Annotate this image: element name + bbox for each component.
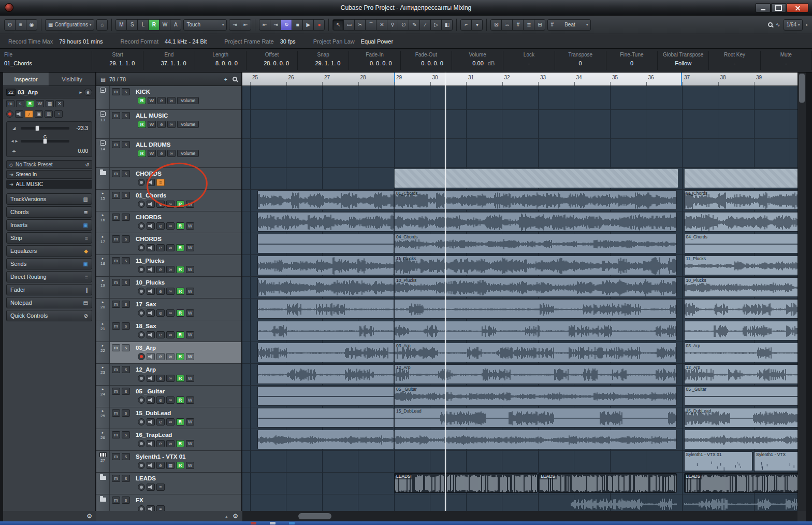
record-arm-button[interactable] (138, 462, 145, 469)
time-base-button[interactable]: ◔ (54, 110, 63, 118)
mute-button[interactable]: m (112, 366, 120, 373)
mute-button[interactable]: m (112, 301, 120, 308)
monitor-button[interactable] (147, 288, 155, 295)
clip-leads[interactable]: LEADS (394, 473, 538, 493)
write-button[interactable]: W (186, 266, 194, 273)
musical-mode-button[interactable]: ♪ (25, 110, 33, 118)
read-button[interactable]: R (138, 121, 146, 128)
track-grip[interactable]: 14 (96, 139, 110, 167)
solo-button[interactable]: s (122, 431, 130, 438)
monitor-button[interactable] (147, 266, 155, 273)
track-grip[interactable] (96, 86, 110, 109)
record-arm-button[interactable] (138, 288, 145, 295)
mute-button[interactable]: m (112, 235, 120, 243)
link-button[interactable]: ∞ (166, 201, 175, 208)
lane-15-dublead[interactable]: 15_DubLead15_DubLead (242, 407, 798, 429)
mute-button[interactable]: m (112, 141, 120, 148)
read-button[interactable]: R (176, 331, 184, 338)
volume-pill[interactable]: Volume (177, 121, 199, 128)
record-arm-button[interactable] (138, 266, 145, 273)
write-button[interactable]: W (186, 288, 194, 295)
monitor-button[interactable] (15, 110, 23, 118)
track-row-05-guitar[interactable]: ▸24ms05 _Guitare∞RW (96, 386, 241, 407)
record-arm-button[interactable] (138, 484, 145, 491)
volume-pill[interactable]: Volume (177, 97, 199, 104)
solo-button[interactable]: s (122, 409, 130, 417)
read-button[interactable]: R (176, 288, 184, 295)
info-field-length[interactable]: Length8. 0. 0. 0 (195, 51, 247, 70)
section-sends[interactable]: Sends▣ (6, 258, 92, 269)
automation-s-button[interactable]: S (126, 19, 138, 31)
ruler[interactable]: 252627282930313233343536373839 (242, 73, 798, 86)
lock-button[interactable]: ▣ (35, 110, 43, 118)
status-item-record-format[interactable]: Record Format44.1 kHz - 24 Bit (121, 38, 207, 45)
solo-button[interactable]: s (16, 100, 24, 107)
clip-fx[interactable] (571, 495, 677, 511)
mute-button[interactable]: m (112, 112, 120, 119)
monitor-button[interactable] (147, 201, 155, 208)
edit-channel-button[interactable]: e (156, 440, 165, 447)
lane-16-traplead[interactable] (242, 429, 798, 451)
mute-button[interactable]: m (112, 170, 120, 177)
lane-03-arp[interactable]: 03_Arp03_Arp (242, 342, 798, 364)
edit-channel-button[interactable]: e (157, 150, 166, 157)
play-button[interactable]: ▶ (302, 19, 314, 31)
info-field-mute[interactable]: Mute- (761, 51, 812, 70)
clip-03-arp[interactable]: 03_Arp (684, 343, 798, 362)
clip-11-plucks[interactable]: 11_Plucks (684, 256, 798, 275)
lane-sylenth1-vtx-01[interactable]: Sylenth1 - VTX 01Sylenth1 - VTX (242, 451, 798, 473)
record-arm-button[interactable] (138, 440, 145, 447)
volume-handle[interactable] (35, 125, 39, 131)
record-arm-button[interactable] (138, 353, 145, 360)
info-field-fade-out[interactable]: Fade-Out0. 0. 0. 0 (401, 51, 452, 70)
punch-in-button[interactable]: ⇥ (229, 19, 240, 31)
record-arm-button[interactable] (138, 309, 145, 317)
write-button[interactable]: W (186, 244, 194, 251)
track-row-16-traplead[interactable]: ▸26ms16_TrapLeade∞RW (96, 429, 241, 451)
write-button[interactable]: W (186, 418, 194, 425)
grid-type-button[interactable]: # (512, 19, 524, 31)
record-arm-button[interactable] (138, 244, 145, 251)
record-arm-button[interactable] (138, 331, 145, 338)
link-button[interactable]: ∞ (166, 266, 175, 273)
erase-tool[interactable]: ✕ (376, 19, 387, 31)
track-row-kick[interactable]: msKICKRWe∞Volume (96, 86, 241, 110)
inspector-settings-gear-icon[interactable]: ⚙ (86, 513, 92, 519)
volume-slider[interactable] (21, 127, 69, 130)
section-notepad[interactable]: Notepad▤ (6, 297, 92, 308)
windows-taskbar[interactable] (0, 521, 812, 525)
clip-chords[interactable] (394, 168, 678, 188)
clip-12-arp[interactable]: 12_Arp (394, 364, 677, 384)
monitor-button[interactable] (147, 353, 155, 360)
split-tool[interactable]: ✂ (354, 19, 366, 31)
clip-12-arp[interactable]: 12_Arp (684, 364, 798, 384)
quantize-dropdown[interactable]: 1/64 ▾ (784, 19, 803, 31)
track-grip[interactable] (96, 494, 110, 511)
mute-button[interactable]: m (112, 388, 120, 395)
solo-button[interactable]: s (122, 344, 130, 351)
lane-chords[interactable]: 04_Chords04_Chords (242, 233, 798, 255)
track-row-17-sax[interactable]: ▸20ms17_Saxe∞RW (96, 299, 241, 320)
play-tool[interactable]: ▷ (430, 19, 442, 31)
edit-channel-button[interactable]: e (157, 97, 166, 104)
link-button[interactable]: ∞ (166, 375, 175, 382)
clip-03-arp[interactable] (257, 343, 394, 362)
taskbar-app-icon[interactable] (289, 522, 295, 524)
record-arm-button[interactable] (138, 396, 145, 404)
solo-button[interactable]: s (122, 112, 130, 119)
monitor-button[interactable] (147, 484, 155, 491)
mute-button[interactable]: m (112, 453, 120, 460)
info-field-fine-tune[interactable]: Fine-Tune0 (606, 51, 658, 70)
write-button[interactable]: W (186, 396, 194, 404)
quantize-panel-button[interactable]: ≣ (523, 19, 534, 31)
solo-button[interactable]: s (122, 235, 130, 243)
group-editing-button[interactable]: ≡ (156, 505, 165, 511)
midi-input-button[interactable]: ▦ (166, 462, 175, 469)
clip-18-sax[interactable] (394, 321, 677, 340)
solo-button[interactable]: s (122, 214, 130, 221)
clip-15-dublead[interactable]: 15_DubLead (394, 408, 677, 428)
mute-tool[interactable]: ∅ (398, 19, 409, 31)
track-row-all-drums[interactable]: 14msALL DRUMSRWe∞Volume (96, 139, 241, 168)
info-field-snap[interactable]: Snap29. 1. 1. 0 (298, 51, 349, 70)
info-field-offset[interactable]: Offset28. 0. 0. 0 (247, 51, 298, 70)
